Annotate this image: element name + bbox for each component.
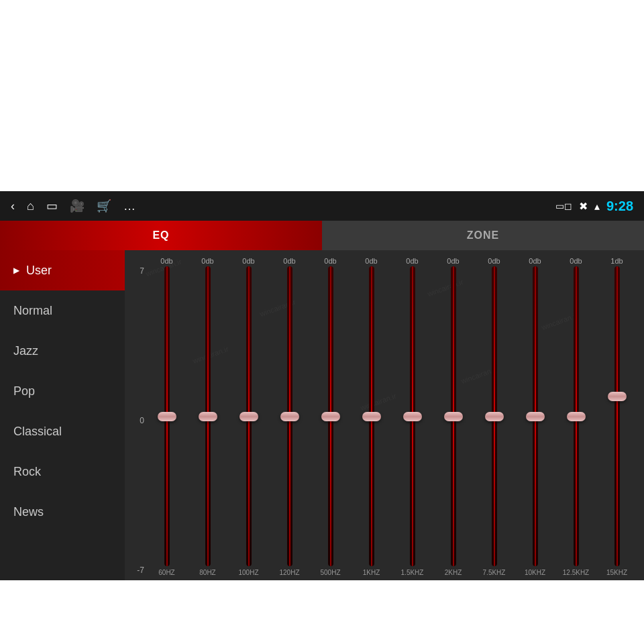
slider-thumb-2KHZ[interactable] (444, 412, 463, 421)
slider-thumb-12.5KHZ[interactable] (567, 412, 586, 421)
db-label-7.5KHZ: 0db (474, 257, 515, 265)
eq-panel: wincairan.ir wincairan.ir wincairan.ir w… (125, 250, 644, 580)
slider-col-500HZ: 500HZ (310, 266, 351, 576)
slider-track-container-1KHZ (351, 266, 392, 566)
sidebar-item-normal[interactable]: Normal (0, 290, 125, 331)
slider-thumb-100HZ[interactable] (239, 412, 258, 421)
freq-label-1.5KHZ: 1.5KHZ (401, 569, 424, 576)
db-label-12.5KHZ: 0db (555, 257, 596, 265)
freq-label-1KHZ: 1KHZ (363, 569, 380, 576)
freq-label-80HZ: 80HZ (199, 569, 215, 576)
slider-track-500HZ (328, 266, 333, 566)
home-icon[interactable]: ⌂ (27, 199, 34, 213)
cast-icon: ▭◻ (555, 201, 572, 211)
status-time: 9:28 (606, 199, 633, 214)
play-icon: ▶ (13, 266, 19, 275)
back-icon[interactable]: ‹ (11, 199, 15, 213)
db-label-1.5KHZ: 0db (392, 257, 433, 265)
db-label-60HZ: 0db (146, 257, 187, 265)
sidebar-item-pop[interactable]: Pop (0, 371, 125, 411)
db-label-100HZ: 0db (228, 257, 269, 265)
slider-col-7.5KHZ: 7.5KHZ (474, 266, 515, 576)
status-bar-right: ▭◻ ✖ ▴ 9:28 (555, 199, 633, 214)
slider-track-12.5KHZ (574, 266, 579, 566)
slider-track-container-100HZ (228, 266, 269, 566)
recent-apps-icon[interactable]: ▭ (46, 199, 58, 213)
db-label-80HZ: 0db (187, 257, 228, 265)
sidebar: ▶ User Normal Jazz Pop Classical Rock Ne… (0, 250, 125, 580)
slider-thumb-80HZ[interactable] (199, 412, 217, 421)
slider-thumb-120HZ[interactable] (280, 412, 299, 421)
device-frame: ‹ ⌂ ▭ 🎥 🛒 … ▭◻ ✖ ▴ 9:28 EQ ZONE ▶ User (0, 191, 644, 580)
freq-label-10KHZ: 10KHZ (525, 569, 545, 576)
freq-label-500HZ: 500HZ (320, 569, 340, 576)
slider-thumb-1KHZ[interactable] (362, 412, 381, 421)
sidebar-item-user[interactable]: ▶ User (0, 250, 125, 290)
db-label-15KHZ: 1db (596, 257, 637, 265)
slider-thumb-500HZ[interactable] (321, 412, 340, 421)
slider-track-container-80HZ (187, 266, 228, 566)
slider-col-2KHZ: 2KHZ (433, 266, 474, 576)
slider-thumb-10KHZ[interactable] (526, 412, 545, 421)
slider-col-15KHZ: 15KHZ (596, 266, 637, 576)
slider-col-1KHZ: 1KHZ (351, 266, 392, 576)
y-label-0: 0 (131, 416, 146, 425)
slider-col-120HZ: 120HZ (269, 266, 310, 576)
slider-track-10KHZ (533, 266, 538, 566)
slider-thumb-1.5KHZ[interactable] (403, 412, 422, 421)
slider-track-container-500HZ (310, 266, 351, 566)
status-bar: ‹ ⌂ ▭ 🎥 🛒 … ▭◻ ✖ ▴ 9:28 (0, 191, 644, 221)
sidebar-item-jazz[interactable]: Jazz (0, 331, 125, 371)
slider-track-7.5KHZ (492, 266, 497, 566)
slider-thumb-60HZ[interactable] (158, 412, 176, 421)
slider-track-15KHZ (614, 266, 620, 566)
sidebar-item-news[interactable]: News (0, 492, 125, 532)
sidebar-item-classical[interactable]: Classical (0, 411, 125, 451)
slider-track-60HZ (164, 266, 170, 566)
slider-track-1.5KHZ (410, 266, 415, 566)
slider-track-container-2KHZ (433, 266, 474, 566)
tab-bar: EQ ZONE (0, 221, 644, 250)
slider-track-80HZ (205, 266, 211, 566)
db-label-1KHZ: 0db (351, 257, 392, 265)
slider-col-60HZ: 60HZ (146, 266, 187, 576)
more-icon[interactable]: … (123, 199, 136, 213)
sliders-wrapper: 7 0 -7 60HZ80HZ100HZ120HZ500HZ1KHZ1.5KHZ… (131, 266, 637, 576)
db-label-120HZ: 0db (269, 257, 310, 265)
y-axis: 7 0 -7 (131, 266, 146, 576)
freq-label-100HZ: 100HZ (238, 569, 258, 576)
slider-track-container-15KHZ (596, 266, 637, 566)
y-label-neg7: -7 (131, 566, 146, 575)
basket-icon[interactable]: 🛒 (97, 199, 111, 213)
slider-track-container-10KHZ (515, 266, 555, 566)
slider-col-12.5KHZ: 12.5KHZ (555, 266, 596, 576)
slider-thumb-7.5KHZ[interactable] (485, 412, 504, 421)
slider-col-100HZ: 100HZ (228, 266, 269, 576)
camera-icon[interactable]: 🎥 (70, 199, 85, 213)
slider-col-80HZ: 80HZ (187, 266, 228, 576)
slider-track-container-12.5KHZ (555, 266, 596, 566)
db-label-500HZ: 0db (310, 257, 351, 265)
tab-eq[interactable]: EQ (0, 221, 322, 250)
slider-col-1.5KHZ: 1.5KHZ (392, 266, 433, 576)
tab-zone[interactable]: ZONE (322, 221, 644, 250)
slider-track-container-1.5KHZ (392, 266, 433, 566)
db-label-2KHZ: 0db (433, 257, 474, 265)
slider-track-container-120HZ (269, 266, 310, 566)
status-bar-left: ‹ ⌂ ▭ 🎥 🛒 … (11, 199, 136, 213)
slider-track-container-60HZ (146, 266, 187, 566)
slider-thumb-15KHZ[interactable] (608, 392, 627, 401)
freq-label-7.5KHZ: 7.5KHZ (483, 569, 506, 576)
slider-track-container-7.5KHZ (474, 266, 515, 566)
freq-label-60HZ: 60HZ (158, 569, 174, 576)
freq-label-2KHZ: 2KHZ (445, 569, 462, 576)
main-content: ▶ User Normal Jazz Pop Classical Rock Ne… (0, 250, 644, 580)
db-label-10KHZ: 0db (515, 257, 555, 265)
slider-track-2KHZ (451, 266, 456, 566)
freq-label-120HZ: 120HZ (279, 569, 299, 576)
freq-label-15KHZ: 15KHZ (606, 569, 627, 576)
bluetooth-icon: ✖ (579, 200, 588, 213)
wifi-icon: ▴ (594, 200, 600, 213)
db-labels-row: 0db0db0db0db0db0db0db0db0db0db0db1db (146, 257, 637, 265)
sidebar-item-rock[interactable]: Rock (0, 451, 125, 492)
